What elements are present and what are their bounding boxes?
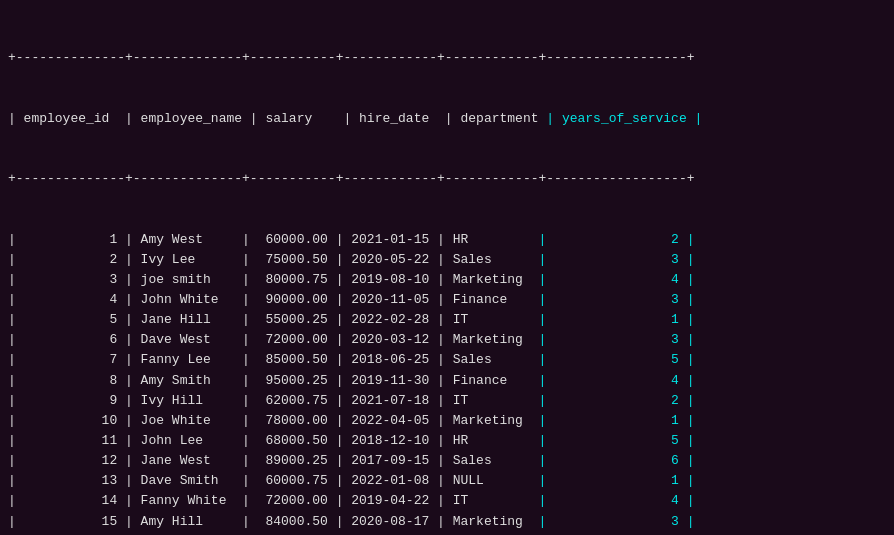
table-row: | 14 | Fanny White | 72000.00 | 2019-04-… <box>8 491 886 511</box>
table-row: | 6 | Dave West | 72000.00 | 2020-03-12 … <box>8 330 886 350</box>
table-row: | 16 | Ivy West | 92000.25 | 2021-02-03 … <box>8 532 886 535</box>
table-row: | 12 | Jane West | 89000.25 | 2017-09-15… <box>8 451 886 471</box>
table-body: | 1 | Amy West | 60000.00 | 2021-01-15 |… <box>8 230 886 535</box>
table-row: | 13 | Dave Smith | 60000.75 | 2022-01-0… <box>8 471 886 491</box>
table-header: | employee_id | employee_name | salary |… <box>8 109 886 129</box>
separator-header: +--------------+--------------+---------… <box>8 169 886 189</box>
table-row: | 9 | Ivy Hill | 62000.75 | 2021-07-18 |… <box>8 391 886 411</box>
table-row: | 3 | joe smith | 80000.75 | 2019-08-10 … <box>8 270 886 290</box>
table-row: | 4 | John White | 90000.00 | 2020-11-05… <box>8 290 886 310</box>
database-table: +--------------+--------------+---------… <box>8 8 886 535</box>
table-row: | 7 | Fanny Lee | 85000.50 | 2018-06-25 … <box>8 350 886 370</box>
table-row: | 10 | Joe White | 78000.00 | 2022-04-05… <box>8 411 886 431</box>
table-row: | 15 | Amy Hill | 84000.50 | 2020-08-17 … <box>8 512 886 532</box>
separator-top: +--------------+--------------+---------… <box>8 48 886 68</box>
table-row: | 11 | John Lee | 68000.50 | 2018-12-10 … <box>8 431 886 451</box>
table-row: | 1 | Amy West | 60000.00 | 2021-01-15 |… <box>8 230 886 250</box>
table-row: | 8 | Amy Smith | 95000.25 | 2019-11-30 … <box>8 371 886 391</box>
table-row: | 2 | Ivy Lee | 75000.50 | 2020-05-22 | … <box>8 250 886 270</box>
table-row: | 5 | Jane Hill | 55000.25 | 2022-02-28 … <box>8 310 886 330</box>
